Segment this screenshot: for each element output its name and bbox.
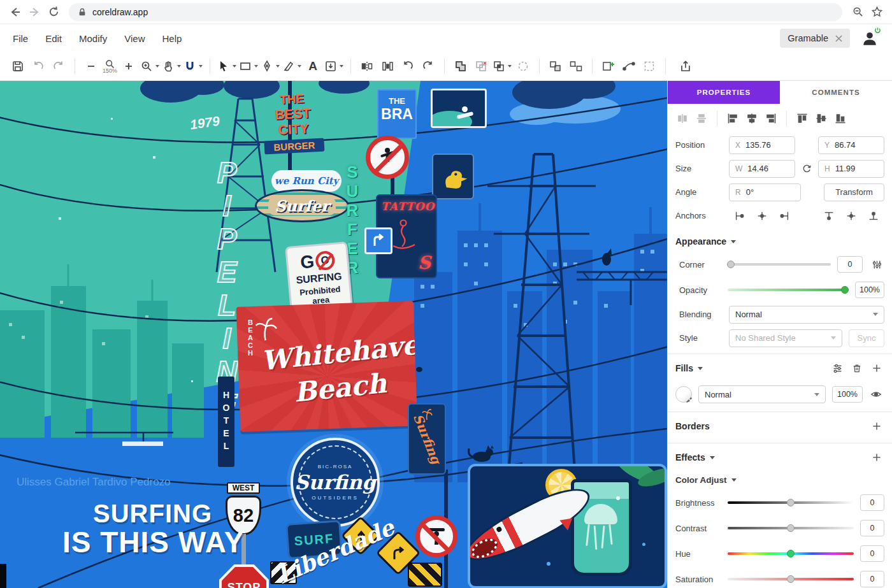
zoom-increase-icon[interactable] xyxy=(120,56,138,76)
distribute-objects-icon[interactable] xyxy=(378,56,396,76)
size-w-field[interactable]: W 14.46 xyxy=(729,160,795,178)
align-right-icon[interactable] xyxy=(761,109,780,128)
snap-magnet-caret[interactable] xyxy=(199,65,203,68)
snap-magnet-icon[interactable] xyxy=(183,56,203,76)
hue-slider[interactable] xyxy=(728,552,854,555)
trim-shapes-icon[interactable] xyxy=(472,56,490,76)
fill-blend-select[interactable]: Normal xyxy=(698,385,826,403)
intersect-shapes-caret[interactable] xyxy=(508,65,512,68)
boundary-icon[interactable] xyxy=(514,56,532,76)
artwork-hotel-sign[interactable]: HOTEL xyxy=(218,376,234,467)
align-top-icon[interactable] xyxy=(793,109,812,128)
brightness-slider[interactable] xyxy=(728,501,854,504)
artwork-burger-sign[interactable]: THE BEST CITY BURGER xyxy=(262,91,325,155)
contrast-slider-knob[interactable] xyxy=(787,524,795,532)
place-image-caret[interactable] xyxy=(340,65,343,68)
align-left-icon[interactable] xyxy=(723,109,742,128)
style-sync-button[interactable]: Sync xyxy=(849,329,884,347)
url-bar[interactable]: coreldraw.app xyxy=(69,3,842,21)
pick-tool-icon[interactable] xyxy=(217,56,236,76)
align-bottom-icon[interactable] xyxy=(831,109,850,128)
menu-edit[interactable]: Edit xyxy=(45,33,62,44)
knife-tool-icon[interactable] xyxy=(282,56,301,76)
artwork-whitehaven-billboard[interactable]: Whitehaven Beach xyxy=(236,301,418,432)
size-h-field[interactable]: H 11.99 xyxy=(818,160,884,178)
marquee-select-icon[interactable] xyxy=(640,56,658,76)
anchor-left-icon[interactable] xyxy=(731,208,748,224)
close-icon[interactable] xyxy=(835,35,842,42)
pen-tool-caret[interactable] xyxy=(276,65,280,68)
undo-icon[interactable] xyxy=(29,56,47,76)
corner-slider-knob[interactable] xyxy=(727,261,735,268)
rectangle-tool-icon[interactable] xyxy=(239,56,258,76)
save-icon[interactable] xyxy=(9,56,27,76)
artwork-board-scene[interactable] xyxy=(468,464,667,588)
tab-properties[interactable]: PROPERTIES xyxy=(668,81,780,104)
artwork-direction-text[interactable]: SURFING IS THIS WAY xyxy=(62,500,244,557)
browser-back-icon[interactable] xyxy=(6,3,24,21)
browser-reload-icon[interactable] xyxy=(45,3,62,21)
fill-visibility-eye-icon[interactable] xyxy=(868,386,884,403)
position-x-field[interactable]: X 135.76 xyxy=(729,136,795,154)
zoom-decrease-icon[interactable] xyxy=(82,56,100,76)
tab-comments[interactable]: COMMENTS xyxy=(780,81,892,104)
zoom-level-indicator[interactable]: 150% xyxy=(103,59,117,74)
pan-hand-tool-caret[interactable] xyxy=(177,65,181,68)
artwork-arrow-sign[interactable] xyxy=(364,227,392,254)
artwork-bra-sign[interactable]: THE BRA xyxy=(377,89,417,139)
artist-credit-text[interactable]: Ulisses Gabriel Tardivo Pedrozo xyxy=(17,476,171,489)
fill-opacity-box[interactable]: 100% xyxy=(832,386,863,403)
fill-color-swatch[interactable] xyxy=(675,386,692,403)
drawing-canvas[interactable]: 1979 PIPELINE THE BEST CITY BURGER THE B… xyxy=(0,81,667,588)
place-image-icon[interactable] xyxy=(324,56,343,76)
opacity-slider[interactable] xyxy=(728,289,849,291)
menu-view[interactable]: View xyxy=(124,33,145,44)
add-border-icon[interactable] xyxy=(869,419,884,434)
position-y-field[interactable]: Y 86.74 xyxy=(818,136,884,154)
artwork-pelican-sign[interactable] xyxy=(432,154,474,199)
pick-tool-caret[interactable] xyxy=(233,65,236,68)
anchor-top-icon[interactable] xyxy=(821,208,837,224)
add-effect-icon[interactable] xyxy=(869,450,884,465)
style-select[interactable]: No Shared Style xyxy=(729,329,842,347)
artwork-no-surfing-sign[interactable] xyxy=(366,136,409,179)
weld-shapes-icon[interactable] xyxy=(452,56,470,76)
saturation-slider-knob[interactable] xyxy=(787,575,795,583)
artwork-surfer-oval-sign[interactable]: Surfer xyxy=(255,189,349,222)
effects-section-header[interactable]: Effects xyxy=(668,443,892,470)
ungroup-objects-icon[interactable] xyxy=(567,56,585,76)
align-middle-vertical-icon[interactable] xyxy=(812,109,831,128)
contrast-slider[interactable] xyxy=(728,527,854,529)
user-avatar[interactable] xyxy=(860,29,879,48)
zoom-tool-caret[interactable] xyxy=(155,65,159,68)
pen-tool-icon[interactable] xyxy=(261,56,280,76)
appearance-section-header[interactable]: Appearance xyxy=(668,227,892,252)
menu-modify[interactable]: Modify xyxy=(79,33,107,44)
color-adjust-header[interactable]: Color Adjust xyxy=(668,470,892,490)
artwork-run-city-sign[interactable]: we Run City xyxy=(271,170,342,192)
export-icon[interactable] xyxy=(677,56,694,76)
angle-r-field[interactable]: R 0° xyxy=(729,183,801,201)
distribute-vertical-icon[interactable] xyxy=(692,109,711,128)
artwork-surfer-photo[interactable] xyxy=(431,89,487,128)
pan-hand-tool-icon[interactable] xyxy=(162,56,181,76)
zoom-tool-icon[interactable] xyxy=(140,56,159,76)
distribute-horizontal-icon[interactable] xyxy=(673,109,692,128)
fills-section-header[interactable]: Fills xyxy=(668,354,892,381)
fill-options-icon[interactable] xyxy=(830,361,845,376)
rotate-ccw-icon[interactable] xyxy=(399,56,417,76)
intersect-shapes-icon[interactable] xyxy=(493,56,512,76)
anchor-bottom-icon[interactable] xyxy=(865,208,882,224)
brightness-slider-knob[interactable] xyxy=(787,499,795,506)
artwork-surfing-banner[interactable]: Surfing xyxy=(408,403,446,475)
align-center-horizontal-icon[interactable] xyxy=(742,109,761,128)
document-tab[interactable]: Gramable xyxy=(780,29,850,48)
group-objects-icon[interactable] xyxy=(547,56,565,76)
borders-section-header[interactable]: Borders xyxy=(668,412,892,439)
rectangle-tool-caret[interactable] xyxy=(254,65,258,68)
lock-aspect-ratio-icon[interactable] xyxy=(799,161,814,176)
opacity-value-box[interactable]: 100% xyxy=(855,282,884,298)
page-zoom-icon[interactable] xyxy=(849,3,867,21)
saturation-slider[interactable] xyxy=(728,578,854,580)
redo-icon[interactable] xyxy=(50,56,68,76)
